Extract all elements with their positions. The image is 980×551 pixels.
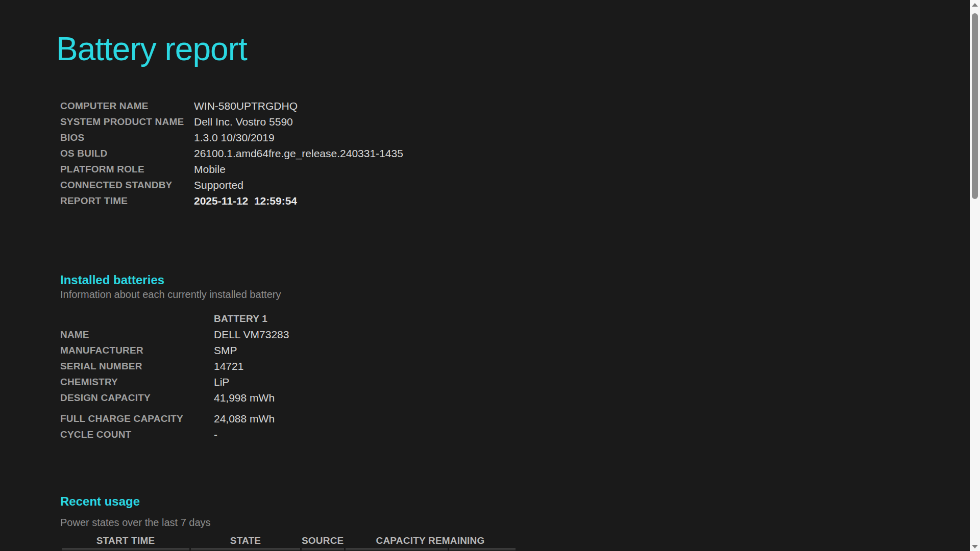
battery-manufacturer-label: MANUFACTURER (60, 342, 214, 358)
scrollbar[interactable] (970, 0, 980, 551)
installed-batteries-section: Installed batteries Information about ea… (60, 273, 980, 443)
scroll-up-button[interactable] (970, 0, 980, 9)
system-info-table: COMPUTER NAME WIN-580UPTRGDHQ SYSTEM PRO… (60, 98, 653, 209)
table-row: CYCLE COUNT - (60, 427, 289, 442)
usage-cell (62, 548, 189, 551)
battery-column-spacer (60, 311, 214, 327)
battery-report-page: Battery report COMPUTER NAME WIN-580UPTR… (0, 31, 980, 551)
battery-name-value: DELL VM73283 (214, 327, 289, 342)
source-column-header: SOURCE (302, 533, 344, 548)
os-build-value: 26100.1.amd64fre.ge_release.240331-1435 (194, 145, 653, 161)
connected-standby-label: CONNECTED STANDBY (60, 177, 194, 193)
usage-table-first-row-clipped (62, 548, 516, 551)
battery-serial-number-value: 14721 (214, 358, 289, 374)
scroll-down-icon (972, 545, 978, 548)
table-row: NAME DELL VM73283 (60, 327, 289, 342)
table-row: CONNECTED STANDBY Supported (60, 177, 653, 193)
usage-cell (346, 548, 448, 551)
battery-cycle-count-label: CYCLE COUNT (60, 427, 214, 442)
battery-manufacturer-value: SMP (214, 342, 289, 358)
scroll-down-button[interactable] (970, 542, 980, 551)
table-row: CHEMISTRY LiP (60, 374, 289, 390)
installed-batteries-subtitle: Information about each currently install… (60, 288, 980, 300)
battery-1-column-header: BATTERY 1 (214, 311, 289, 327)
table-row: BIOS 1.3.0 10/30/2019 (60, 130, 653, 145)
battery-full-charge-capacity-value: 24,088 mWh (214, 406, 289, 427)
scroll-up-icon (972, 3, 978, 7)
battery-design-capacity-value: 41,998 mWh (214, 390, 289, 406)
bios-label: BIOS (60, 130, 194, 145)
recent-usage-table: START TIME STATE SOURCE CAPACITY REMAINI… (60, 533, 517, 551)
bios-value: 1.3.0 10/30/2019 (194, 130, 653, 145)
recent-usage-section: Recent usage Power states over the last … (60, 494, 980, 551)
computer-name-value: WIN-580UPTRGDHQ (194, 98, 653, 114)
report-time-value: 2025-11-12 12:59:54 (194, 193, 653, 209)
report-time-label: REPORT TIME (60, 193, 194, 209)
battery-full-charge-capacity-label: FULL CHARGE CAPACITY (60, 406, 214, 427)
system-product-name-value: Dell Inc. Vostro 5590 (194, 114, 653, 130)
battery-name-label: NAME (60, 327, 214, 342)
usage-cell (449, 548, 516, 551)
recent-usage-subtitle: Power states over the last 7 days (60, 516, 980, 529)
recent-usage-heading: Recent usage (60, 494, 980, 509)
battery-chemistry-label: CHEMISTRY (60, 374, 214, 390)
platform-role-label: PLATFORM ROLE (60, 161, 194, 177)
state-column-header: STATE (191, 533, 300, 548)
page-title: Battery report (56, 31, 980, 68)
table-row: FULL CHARGE CAPACITY 24,088 mWh (60, 406, 289, 427)
usage-cell (302, 548, 344, 551)
table-row: SYSTEM PRODUCT NAME Dell Inc. Vostro 559… (60, 114, 653, 130)
os-build-label: OS BUILD (60, 145, 194, 161)
table-row: COMPUTER NAME WIN-580UPTRGDHQ (60, 98, 653, 114)
usage-cell (191, 548, 300, 551)
table-row: SERIAL NUMBER 14721 (60, 358, 289, 374)
table-row: REPORT TIME 2025-11-12 12:59:54 (60, 193, 653, 209)
table-row: OS BUILD 26100.1.amd64fre.ge_release.240… (60, 145, 653, 161)
table-row: DESIGN CAPACITY 41,998 mWh (60, 390, 289, 406)
platform-role-value: Mobile (194, 161, 653, 177)
system-product-name-label: SYSTEM PRODUCT NAME (60, 114, 194, 130)
scrollbar-thumb[interactable] (972, 13, 978, 199)
battery-chemistry-value: LiP (214, 374, 289, 390)
table-row: PLATFORM ROLE Mobile (60, 161, 653, 177)
table-row: BATTERY 1 (60, 311, 289, 327)
battery-cycle-count-value: - (214, 427, 289, 442)
battery-details-table: BATTERY 1 NAME DELL VM73283 MANUFACTURER… (60, 311, 289, 442)
battery-serial-number-label: SERIAL NUMBER (60, 358, 214, 374)
capacity-remaining-column-header: CAPACITY REMAINING (346, 533, 516, 548)
battery-design-capacity-label: DESIGN CAPACITY (60, 390, 214, 406)
table-row: MANUFACTURER SMP (60, 342, 289, 358)
usage-table-header-row: START TIME STATE SOURCE CAPACITY REMAINI… (62, 533, 516, 548)
start-time-column-header: START TIME (62, 533, 189, 548)
connected-standby-value: Supported (194, 177, 653, 193)
installed-batteries-heading: Installed batteries (60, 273, 980, 288)
computer-name-label: COMPUTER NAME (60, 98, 194, 114)
